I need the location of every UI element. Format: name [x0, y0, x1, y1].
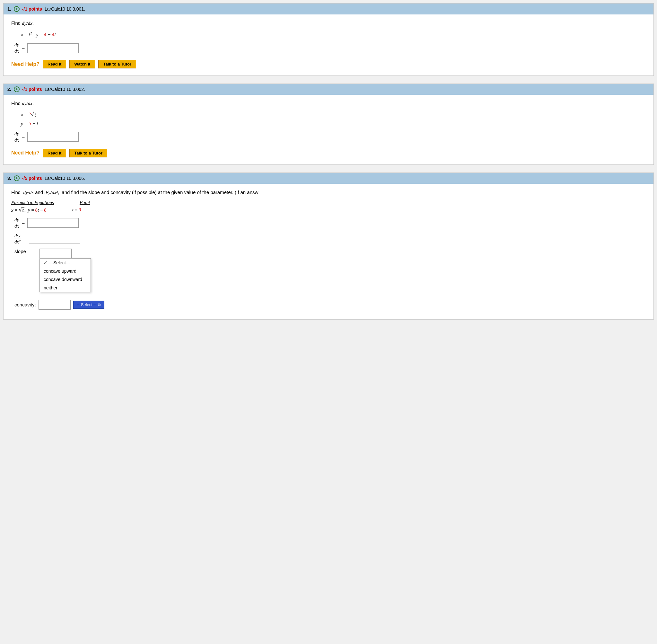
problem-2: 2. + -/1 points LarCalc10 10.3.002. Find…	[3, 84, 654, 164]
param-eq-header: Parametric Equations	[11, 200, 54, 205]
problem-2-points: -/1 points	[22, 87, 42, 92]
slope-row: slope ---Select--- concave upward concav…	[15, 249, 646, 258]
d2y-den: dx²	[15, 239, 21, 245]
dy-dx-fraction-1: dy dx	[15, 42, 19, 54]
dropdown-option-concave-upward[interactable]: concave upward	[40, 267, 91, 275]
talk-to-tutor-button-2[interactable]: Talk to a Tutor	[69, 149, 107, 157]
read-it-button-1[interactable]: Read It	[43, 60, 66, 68]
param-table-row: x = √t, y = 8t − 8 t = 9	[11, 207, 646, 213]
problem-3-id: LarCalc10 10.3.006.	[45, 176, 85, 181]
plus-icon-2[interactable]: +	[14, 86, 20, 92]
problem-2-eq2: y = 5 − t	[21, 121, 646, 127]
d2y-dx2-fraction: d²y dx²	[15, 233, 21, 245]
dy-denominator: dx	[15, 48, 19, 54]
problem-3-instruction: Find dy/dx and d²y/dx², and find the slo…	[11, 189, 646, 195]
dy-numerator: dy	[15, 42, 19, 48]
concavity-row: concavity: ---Select---	[15, 300, 646, 309]
problem-2-number: 2.	[7, 87, 11, 92]
problem-3-d2y-row: d²y dx² =	[15, 233, 646, 245]
answer-input-2[interactable]	[27, 132, 79, 142]
problem-2-instruction: Find dy/dx.	[11, 100, 646, 106]
problem-1-id: LarCalc10 10.3.001.	[45, 6, 85, 12]
equals-3a: =	[22, 220, 25, 226]
problem-3-body: Find dy/dx and d²y/dx², and find the slo…	[3, 184, 654, 319]
problem-1: 1. + -/1 points LarCalc10 10.3.001. Find…	[3, 3, 654, 76]
dy-num-3: dy	[15, 217, 19, 223]
equals-2: =	[22, 134, 25, 140]
watch-it-button-1[interactable]: Watch It	[69, 60, 95, 68]
equals-1: =	[22, 45, 25, 51]
problem-1-equation: x = t2, y = 4 − 4t	[21, 30, 646, 38]
answer-input-concavity[interactable]	[39, 300, 71, 309]
problem-2-body: Find dy/dx. x = 6√t y = 5 − t dy dx = Ne…	[3, 95, 654, 164]
problem-3: 3. + -/5 points LarCalc10 10.3.006. Find…	[3, 172, 654, 320]
dropdown-option-select[interactable]: ---Select---	[40, 258, 91, 267]
problem-2-eq1: x = 6√t	[21, 111, 646, 118]
param-table: Parametric Equations Point x = √t, y = 8…	[11, 200, 646, 213]
problem-1-instruction: Find dy/dx.	[11, 20, 646, 26]
slope-label: slope	[15, 249, 37, 254]
concavity-dropdown-menu: ---Select--- concave upward concave down…	[40, 258, 91, 292]
plus-icon-3[interactable]: +	[14, 175, 20, 181]
problem-3-number: 3.	[7, 176, 11, 181]
talk-to-tutor-button-1[interactable]: Talk to a Tutor	[98, 60, 136, 68]
problem-1-number: 1.	[7, 6, 11, 12]
concavity-select-button[interactable]: ---Select---	[73, 301, 104, 309]
dropdown-option-neither[interactable]: neither	[40, 284, 91, 292]
need-help-row-2: Need Help? Read It Talk to a Tutor	[11, 149, 646, 157]
equals-3b: =	[23, 235, 26, 242]
problem-1-body: Find dy/dx. x = t2, y = 4 − 4t dy dx = N…	[3, 15, 654, 75]
concavity-label: concavity:	[15, 302, 36, 307]
d2y-num: d²y	[15, 233, 21, 239]
dy-den-3: dx	[15, 223, 19, 229]
problem-3-header: 3. + -/5 points LarCalc10 10.3.006.	[3, 173, 654, 184]
answer-input-1[interactable]	[27, 43, 79, 53]
problem-3-dy-row: dy dx =	[15, 217, 646, 229]
problem-2-header: 2. + -/1 points LarCalc10 10.3.002.	[3, 84, 654, 95]
need-help-label-2: Need Help?	[11, 150, 40, 156]
read-it-button-2[interactable]: Read It	[43, 149, 66, 157]
dropdown-option-concave-downward[interactable]: concave downward	[40, 275, 91, 284]
need-help-label-1: Need Help?	[11, 61, 40, 67]
param-point-header: Point	[80, 200, 90, 205]
dy-dx-fraction-3: dy dx	[15, 217, 19, 229]
problem-1-points: -/1 points	[22, 6, 42, 12]
dy-denominator-2: dx	[15, 137, 19, 143]
param-point-value: t = 9	[72, 207, 81, 213]
dy-dx-fraction-2: dy dx	[15, 131, 19, 143]
problem-1-input-row: dy dx =	[15, 42, 646, 54]
slope-input-wrapper: ---Select--- concave upward concave down…	[40, 249, 72, 258]
answer-input-3b[interactable]	[29, 234, 80, 244]
problem-2-input-row: dy dx =	[15, 131, 646, 143]
need-help-row-1: Need Help? Read It Watch It Talk to a Tu…	[11, 60, 646, 68]
problem-3-points: -/5 points	[22, 176, 42, 181]
param-eq-value: x = √t, y = 8t − 8	[11, 207, 47, 213]
plus-icon-1[interactable]: +	[14, 6, 20, 12]
answer-input-3a[interactable]	[27, 218, 79, 228]
problem-1-header: 1. + -/1 points LarCalc10 10.3.001.	[3, 3, 654, 15]
answer-input-slope[interactable]	[40, 249, 72, 258]
param-table-header: Parametric Equations Point	[11, 200, 646, 205]
dy-numerator-2: dy	[15, 131, 19, 137]
problem-2-id: LarCalc10 10.3.002.	[45, 87, 85, 92]
